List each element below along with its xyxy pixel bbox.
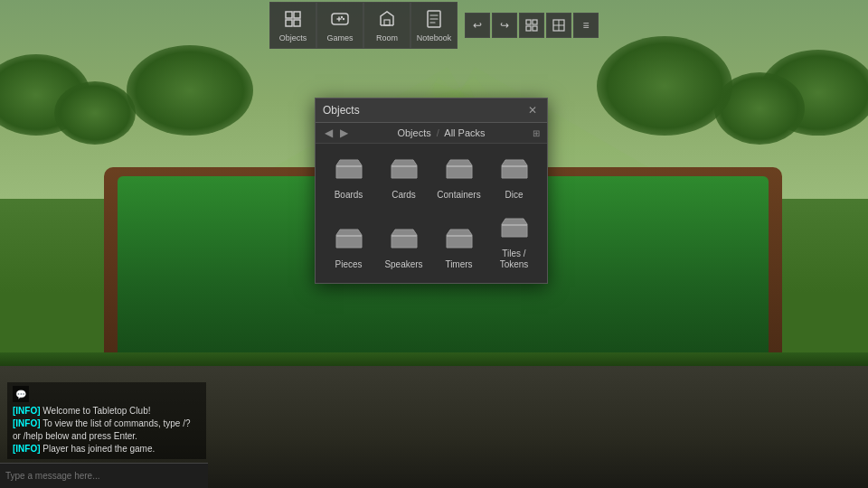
grid-toggle-1-button[interactable]: [519, 13, 544, 38]
folder-cards[interactable]: Cards: [378, 151, 429, 206]
folder-boards-icon: [335, 156, 363, 186]
dialog-titlebar: Objects ✕: [316, 99, 547, 123]
chat-tag-1: [INFO]: [13, 406, 41, 416]
folder-dice-label: Dice: [505, 190, 523, 201]
chat-tag-3: [INFO]: [13, 444, 41, 454]
folder-tiles-tokens[interactable]: Tiles / Tokens: [488, 210, 540, 276]
folder-timers-label: Timers: [445, 259, 472, 270]
nav-arrows: ◀ ▶: [323, 127, 350, 139]
svg-rect-9: [526, 20, 531, 24]
chat-tag-2: [INFO]: [13, 418, 41, 428]
folder-pieces-label: Pieces: [335, 259, 362, 270]
chat-text-1: Welcome to Tabletop Club!: [41, 406, 151, 416]
folder-grid: Boards Cards Containers: [316, 144, 547, 283]
breadcrumb-separator: /: [437, 127, 439, 138]
main-toolbar: Objects Games Room: [269, 0, 599, 49]
chat-log: 💬 [INFO] Welcome to Tabletop Club! [INFO…: [7, 382, 206, 459]
chat-message-3: [INFO] Player has joined the game.: [13, 443, 201, 455]
tree-right-3: [597, 36, 732, 136]
breadcrumb-root[interactable]: Objects: [397, 127, 430, 138]
svg-rect-19: [502, 165, 527, 167]
undo-button[interactable]: ↩: [465, 13, 490, 38]
objects-icon: [283, 9, 303, 32]
folder-cards-icon: [390, 156, 419, 186]
svg-rect-23: [502, 224, 527, 226]
dialog-title: Objects: [323, 104, 360, 117]
svg-point-5: [343, 17, 344, 19]
folder-cards-label: Cards: [392, 190, 416, 201]
folder-tiles-tokens-label: Tiles / Tokens: [492, 249, 536, 270]
notebook-icon: [424, 9, 444, 32]
tree-left-2: [54, 81, 136, 145]
svg-rect-17: [392, 165, 417, 167]
objects-dialog: Objects ✕ ◀ ▶ Objects / All Packs ⊞ Boar…: [315, 98, 548, 284]
svg-rect-10: [533, 20, 537, 24]
menu-button[interactable]: ≡: [573, 13, 599, 38]
grass-line: [0, 352, 868, 366]
nav-back-button[interactable]: ◀: [323, 127, 335, 139]
objects-button[interactable]: Objects: [269, 2, 316, 49]
svg-rect-7: [384, 20, 390, 25]
dialog-nav: ◀ ▶ Objects / All Packs ⊞: [316, 123, 547, 144]
svg-rect-1: [294, 12, 300, 18]
chat-input[interactable]: [5, 471, 203, 481]
svg-rect-3: [294, 20, 300, 26]
svg-rect-20: [336, 235, 362, 237]
games-icon: [330, 9, 350, 32]
folder-dice-icon: [500, 156, 529, 186]
folder-timers-icon: [445, 226, 474, 256]
folder-boards-label: Boards: [335, 190, 363, 201]
svg-rect-16: [336, 165, 362, 167]
folder-speakers-label: Speakers: [384, 259, 422, 270]
svg-rect-21: [392, 235, 417, 237]
chat-message-1: [INFO] Welcome to Tabletop Club!: [13, 405, 201, 418]
dialog-close-button[interactable]: ✕: [525, 103, 540, 117]
svg-rect-2: [286, 20, 292, 26]
svg-rect-18: [447, 165, 472, 167]
folder-dice[interactable]: Dice: [488, 151, 540, 206]
chat-input-area: [0, 463, 208, 488]
tree-left-3: [127, 45, 253, 136]
chat-message-2: [INFO] To view the list of commands, typ…: [13, 418, 201, 443]
toolbar-right-group: ↩ ↪ ≡: [465, 13, 599, 38]
svg-point-6: [341, 15, 343, 17]
folder-timers[interactable]: Timers: [433, 210, 485, 276]
folder-pieces[interactable]: Pieces: [323, 210, 374, 276]
notebook-button[interactable]: Notebook: [410, 2, 458, 49]
room-icon: [377, 9, 397, 32]
breadcrumb: Objects / All Packs: [397, 127, 485, 138]
grid-toggle-2-button[interactable]: [546, 13, 571, 38]
folder-boards[interactable]: Boards: [323, 151, 374, 206]
nav-expand-button[interactable]: ⊞: [533, 128, 540, 138]
chat-text-3: Player has joined the game.: [41, 444, 156, 454]
chat-header: 💬: [13, 386, 201, 402]
folder-containers[interactable]: Containers: [433, 151, 485, 206]
nav-forward-button[interactable]: ▶: [338, 127, 350, 139]
games-button[interactable]: Games: [316, 2, 363, 49]
breadcrumb-current[interactable]: All Packs: [444, 127, 485, 138]
folder-containers-label: Containers: [437, 190, 480, 201]
folder-tiles-tokens-icon: [500, 215, 529, 245]
room-button[interactable]: Room: [363, 2, 410, 49]
chat-icon: 💬: [13, 386, 29, 402]
svg-rect-22: [447, 235, 472, 237]
svg-rect-11: [526, 26, 531, 31]
folder-speakers-icon: [390, 226, 419, 256]
svg-rect-0: [286, 12, 292, 18]
redo-button[interactable]: ↪: [492, 13, 517, 38]
folder-speakers[interactable]: Speakers: [378, 210, 429, 276]
svg-rect-12: [533, 26, 537, 31]
folder-pieces-icon: [335, 226, 363, 256]
folder-containers-icon: [445, 156, 474, 186]
